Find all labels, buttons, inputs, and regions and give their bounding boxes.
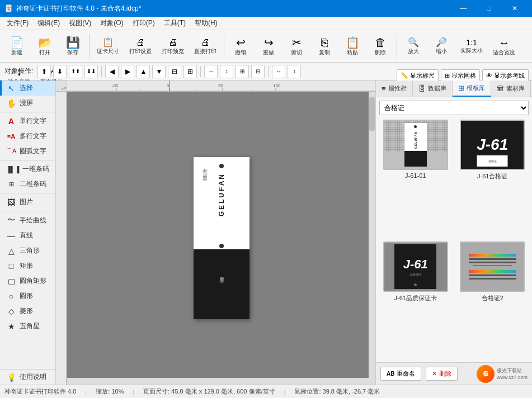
template-item-cert2[interactable]: 合格证2 (456, 241, 529, 359)
obj-vspace-button[interactable]: ↕ (220, 65, 233, 78)
rect-label: 矩形 (20, 261, 33, 271)
watermark-line1: 极光下载站 (497, 367, 528, 375)
vertical-scrollbar[interactable] (369, 92, 375, 385)
template-thumb-cert2[interactable] (460, 241, 525, 292)
template-name-cert2: 合格证2 (482, 294, 503, 302)
obj-align-right-button[interactable]: ▶ (121, 65, 134, 78)
title-bar: 🃏 神奇证卡证书打印软件 4.0 - 未命名4.idcp* — □ ✕ (0, 0, 532, 17)
menu-object[interactable]: 对象(O) (96, 17, 128, 29)
obj-front-button[interactable]: ⬆ (37, 65, 51, 78)
status-page-size: 页面尺寸: 45.0 毫米 x 129.0 毫米, 600 像素/英寸 (143, 387, 275, 396)
zoom-out-button[interactable]: 🔎 缩小 (428, 32, 455, 60)
template-item-j61quality[interactable]: J-61 品质保证 J-61品质保证卡 (379, 241, 452, 359)
pan-icon: ✋ (6, 99, 16, 108)
tool-circle[interactable]: ○ 圆形 (0, 288, 55, 304)
obj-hspace-button[interactable]: ↔ (204, 65, 218, 78)
save-button[interactable]: 💾 保存 (59, 32, 86, 60)
watermark-symbol: 极 (483, 370, 488, 378)
menu-view[interactable]: 视图(V) (64, 17, 96, 29)
tab-database[interactable]: 🗄 数据库 (413, 80, 453, 97)
obj-mirror-v-button[interactable]: ↕ (288, 65, 301, 78)
obj-mirror-h-button[interactable]: ↔ (272, 65, 285, 78)
tool-usage[interactable]: 💡 使用说明 (0, 369, 55, 385)
redo-button[interactable]: ↪ 重做 (255, 32, 282, 60)
obj-sep3 (268, 66, 269, 77)
menu-print[interactable]: 打印(P) (128, 17, 159, 29)
right-panel: ≡ 属性栏 🗄 数据库 ⊞ 模板库 🏛 素材库 合格证 (375, 80, 532, 385)
tool-diamond[interactable]: ◇ 菱形 (0, 304, 55, 319)
obj-ungroup-button[interactable]: ⊟ (251, 65, 265, 78)
vertical-ruler (56, 92, 67, 385)
actual-size-button[interactable]: 1:1 实际大小 (456, 32, 487, 60)
scroll-thumb-v[interactable] (369, 97, 375, 131)
delete-template-button[interactable]: ✕ 删除 (426, 367, 458, 381)
delete-template-label: 删除 (439, 369, 451, 378)
tool-line[interactable]: — 直线 (0, 228, 55, 243)
canvas-container[interactable]: GELUFAN 雪 景 泽 一如既往诚信赢天下 (67, 92, 375, 385)
tool-curve[interactable]: 〜 手绘曲线 (0, 212, 55, 228)
horizontal-scrollbar[interactable] (67, 378, 369, 385)
zoom-in-button[interactable]: 🔍 放大 (400, 32, 427, 60)
paste-button[interactable]: 📋 粘贴 (339, 32, 366, 60)
obj-group-button[interactable]: ⊞ (236, 65, 249, 78)
direct-print-button[interactable]: 🖨 直接打印 (190, 32, 221, 60)
menu-help[interactable]: 帮助(H) (190, 17, 222, 29)
template-thumb-j61cert[interactable]: J-61 合格证 (460, 120, 525, 170)
tool-round-rect[interactable]: ▢ 圆角矩形 (0, 273, 55, 288)
copy-button[interactable]: ⎘ 复制 (311, 32, 338, 60)
svg-text:-50: -50 (112, 83, 119, 88)
obj-back-button[interactable]: ⬇ (53, 65, 67, 78)
tool-barcode-1d[interactable]: ▐▌▐ 一维条码 (0, 162, 55, 177)
template-thumb-j61quality[interactable]: J-61 品质保证 (383, 241, 448, 292)
new-button[interactable]: 📄 新建 (3, 32, 30, 60)
cut-button[interactable]: ✂ 剪切 (283, 32, 310, 60)
card-size-button[interactable]: 📋 证卡尺寸 (92, 32, 124, 60)
obj-align-top-button[interactable]: ▲ (136, 65, 150, 78)
obj-align-hcenter-button[interactable]: ⊟ (168, 65, 181, 78)
close-button[interactable]: ✕ (502, 0, 528, 17)
menu-edit[interactable]: 编辑(E) (33, 17, 64, 29)
tab-properties[interactable]: ≡ 属性栏 (376, 80, 413, 97)
tool-arc-text[interactable]: ⌒A 圆弧文字 (0, 144, 55, 159)
obj-back-all-button[interactable]: ⬇⬇ (84, 65, 98, 78)
tool-single-text[interactable]: A 单行文字 (0, 113, 55, 129)
tool-image[interactable]: 🖼 图片 (0, 195, 55, 210)
undo-button[interactable]: ↩ 撤销 (227, 32, 254, 60)
print-setup-button[interactable]: 🖨 打印设置 (125, 32, 156, 60)
tool-rect[interactable]: □ 矩形 (0, 258, 55, 273)
obj-front-all-button[interactable]: ⬆⬆ (69, 65, 82, 78)
obj-align-vcenter-button[interactable]: ⊞ (183, 65, 197, 78)
ref-label: 显示参考线 (494, 72, 525, 80)
print-preview-button[interactable]: 🖨 打印预览 (157, 32, 189, 60)
rename-button[interactable]: AB 重命名 (380, 367, 421, 381)
tool-barcode-2d[interactable]: ⊞ 二维条码 (0, 177, 55, 192)
obj-align-bottom-button[interactable]: ▼ (152, 65, 166, 78)
template-thumb-j6101[interactable]: GELUFAN (383, 120, 448, 170)
star-icon: ★ (6, 322, 16, 331)
menu-file[interactable]: 文件(F) (2, 17, 33, 29)
delete-button[interactable]: 🗑 删除 (367, 32, 394, 60)
round-rect-label: 圆角矩形 (20, 276, 46, 286)
template-header: 合格证 (379, 101, 529, 115)
h-ruler-svg: -50 0 50 100 (67, 80, 375, 92)
tool-triangle[interactable]: △ 三角形 (0, 243, 55, 258)
tool-select[interactable]: ↖ 选择 (0, 80, 55, 96)
thumb-bg-cert2 (461, 243, 524, 291)
menu-tools[interactable]: 工具(T) (159, 17, 190, 29)
canvas-background[interactable]: GELUFAN 雪 景 泽 一如既往诚信赢天下 (67, 92, 375, 385)
open-button[interactable]: 📂 打开 (31, 32, 58, 60)
open-label: 打开 (39, 49, 50, 56)
tool-multi-text[interactable]: ≡A 多行文字 (0, 129, 55, 144)
maximize-button[interactable]: □ (476, 0, 502, 17)
template-category-select[interactable]: 合格证 (379, 101, 529, 115)
tab-templates[interactable]: ⊞ 模板库 (453, 80, 491, 97)
minimize-button[interactable]: — (450, 0, 476, 17)
obj-align-left-button[interactable]: ◀ (105, 65, 119, 78)
tool-star[interactable]: ★ 五角星 (0, 319, 55, 334)
fit-width-button[interactable]: ↔ 适合宽度 (488, 32, 520, 60)
canvas-area[interactable]: aF -50 0 50 100 (56, 80, 375, 385)
template-item-j6101[interactable]: GELUFAN J-61-01 (379, 120, 452, 237)
tool-pan[interactable]: ✋ 浸屏 (0, 96, 55, 111)
tab-materials[interactable]: 🏛 素材库 (491, 80, 531, 97)
template-item-j61cert[interactable]: J-61 合格证 J-61合格证 (456, 120, 529, 237)
